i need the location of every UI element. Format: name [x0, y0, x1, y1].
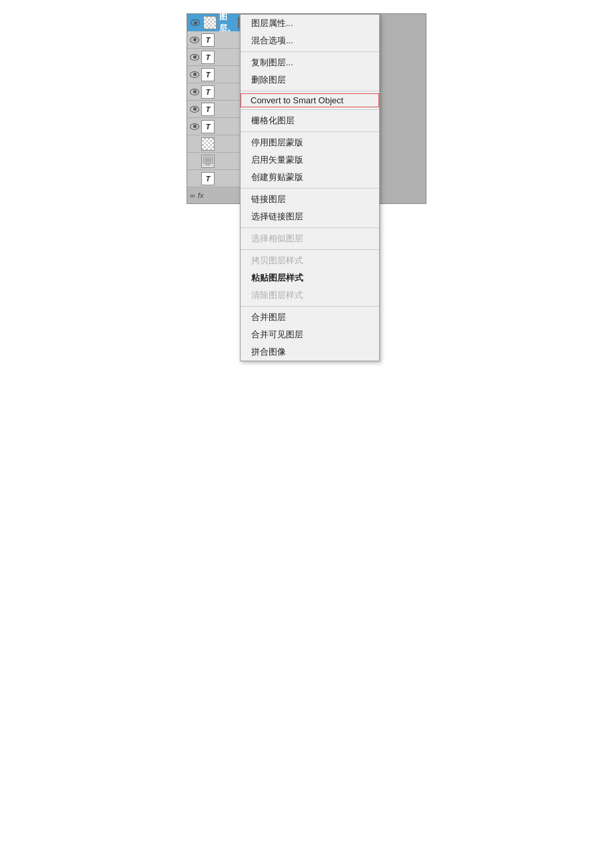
eye-icon[interactable]: [189, 52, 200, 63]
layer-header-label: 图层。: [219, 11, 235, 34]
layer-thumb-text: T: [201, 68, 215, 81]
layer-thumb-text: T: [201, 103, 215, 116]
menu-item-merge-visible[interactable]: 合并可见图层: [241, 326, 379, 343]
menu-item-link-layers[interactable]: 链接图层: [241, 191, 379, 208]
svg-rect-2: [206, 163, 210, 165]
menu-item-convert-smart[interactable]: Convert to Smart Object: [241, 93, 379, 107]
layer-row[interactable]: T: [187, 118, 240, 135]
page-container: 图层。 T T T T T: [0, 13, 613, 868]
menu-item-enable-vector[interactable]: 启用矢量蒙版: [241, 151, 379, 169]
menu-item-merge-layers[interactable]: 合并图层: [241, 309, 379, 326]
eye-icon[interactable]: [189, 121, 200, 132]
menu-item-copy-style: 拷贝图层样式: [241, 252, 379, 269]
menu-item-flatten[interactable]: 拼合图像: [241, 343, 379, 361]
menu-separator: [241, 188, 379, 189]
menu-item-blend-options[interactable]: 混合选项...: [241, 32, 379, 49]
menu-separator: [241, 249, 379, 250]
menu-item-paste-style[interactable]: 粘贴图层样式: [241, 269, 379, 287]
menu-separator: [241, 306, 379, 307]
eye-icon[interactable]: [189, 104, 200, 115]
menu-item-clear-style: 清除图层样式: [241, 287, 379, 304]
layer-row[interactable]: [187, 153, 240, 170]
context-menu: 图层属性...混合选项...复制图层...删除图层Convert to Smar…: [240, 14, 380, 361]
menu-item-rasterize[interactable]: 栅格化图层: [241, 112, 379, 129]
layer-bottom-bar: ∞ fx: [187, 187, 240, 203]
menu-item-layer-props[interactable]: 图层属性...: [241, 15, 379, 32]
eye-icon-header: [190, 17, 201, 28]
panel-options-icon[interactable]: [238, 17, 239, 28]
menu-separator: [241, 131, 379, 132]
menu-separator: [241, 91, 379, 91]
menu-separator: [241, 227, 379, 228]
layer-thumb-checker: [201, 137, 215, 151]
menu-item-create-clip[interactable]: 创建剪贴蒙版: [241, 169, 379, 186]
menu-item-delete[interactable]: 删除图层: [241, 71, 379, 89]
layer-thumb-smart: [201, 155, 215, 168]
layer-row[interactable]: T: [187, 49, 240, 66]
menu-item-select-similar: 选择相似图层: [241, 230, 379, 247]
layer-thumb-text: T: [201, 85, 215, 99]
layer-row[interactable]: [187, 135, 240, 153]
layer-row[interactable]: T: [187, 101, 240, 118]
menu-separator: [241, 51, 379, 52]
layer-row[interactable]: T: [187, 83, 240, 101]
menu-item-select-linked[interactable]: 选择链接图层: [241, 208, 379, 225]
layer-thumb-text: T: [201, 33, 215, 47]
layer-thumb-text: T: [201, 172, 215, 185]
fx-icon: fx: [198, 191, 204, 199]
eye-icon[interactable]: [189, 35, 200, 45]
layer-row[interactable]: T: [187, 31, 240, 49]
svg-rect-1: [205, 158, 211, 162]
menu-item-disable-mask[interactable]: 停用图层蒙版: [241, 134, 379, 151]
eye-icon[interactable]: [189, 87, 200, 97]
layer-header-row[interactable]: 图层。: [187, 14, 240, 31]
menu-item-duplicate[interactable]: 复制图层...: [241, 54, 379, 71]
menu-separator: [241, 109, 379, 110]
layer-thumb-header: [203, 16, 217, 29]
chain-icon: ∞: [190, 191, 195, 199]
photoshop-panel: 图层。 T T T T T: [187, 13, 426, 204]
layers-sidebar: 图层。 T T T T T: [187, 14, 241, 203]
eye-icon[interactable]: [189, 69, 200, 80]
layer-row[interactable]: T: [187, 66, 240, 83]
layer-thumb-text: T: [201, 51, 215, 64]
layer-thumb-text: T: [201, 120, 215, 133]
layer-row[interactable]: T: [187, 170, 240, 187]
